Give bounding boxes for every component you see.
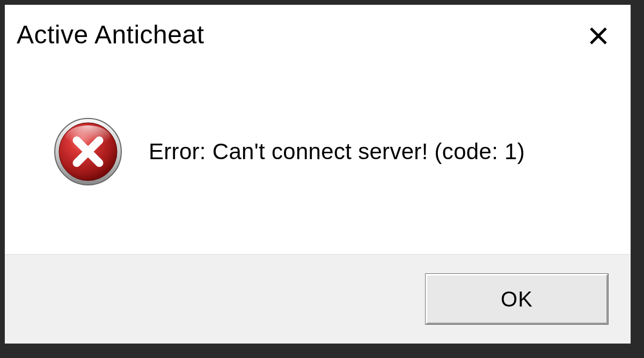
error-dialog: Active Anticheat: [4, 4, 631, 344]
content-area: Error: Can't connect server! (code: 1): [5, 49, 631, 254]
error-icon: [53, 117, 123, 187]
svg-point-4: [65, 125, 111, 149]
button-bar: OK: [5, 254, 631, 344]
error-message: Error: Can't connect server! (code: 1): [149, 139, 525, 165]
window-title: Active Anticheat: [17, 20, 204, 49]
close-button[interactable]: [587, 24, 610, 48]
ok-button[interactable]: OK: [426, 274, 608, 324]
close-icon: [588, 25, 609, 47]
titlebar: Active Anticheat: [5, 5, 631, 49]
